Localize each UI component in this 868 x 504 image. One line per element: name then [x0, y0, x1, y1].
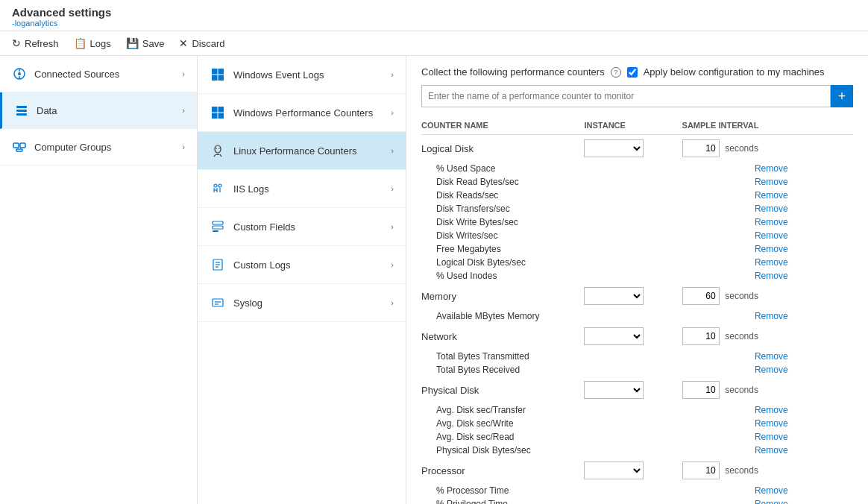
- interval-input-0[interactable]: [682, 139, 720, 157]
- counter-input[interactable]: [421, 85, 831, 107]
- list-item: % Processor Time Remove: [421, 484, 853, 497]
- remove-link[interactable]: Remove: [755, 244, 788, 254]
- menu-item-linux-perf[interactable]: Linux Performance Counters ›: [198, 132, 406, 170]
- refresh-label: Refresh: [25, 38, 59, 49]
- instance-select-0[interactable]: [584, 139, 644, 157]
- counter-group-name: Physical Disk: [421, 385, 584, 396]
- add-counter-button[interactable]: +: [831, 85, 853, 107]
- list-item: Physical Disk Bytes/sec Remove: [421, 444, 853, 457]
- apply-checkbox[interactable]: [627, 67, 638, 78]
- list-item: Disk Reads/sec Remove: [421, 189, 853, 202]
- remove-link[interactable]: Remove: [755, 365, 788, 375]
- page-title: Advanced settings: [12, 6, 856, 19]
- remove-link[interactable]: Remove: [755, 432, 788, 442]
- sidebar-item-computer-groups[interactable]: Computer Groups ›: [0, 129, 197, 166]
- remove-link[interactable]: Remove: [755, 257, 788, 268]
- linux-perf-label: Linux Performance Counters: [233, 145, 356, 157]
- counter-name: Free Megabytes: [436, 244, 501, 254]
- interval-unit-1: seconds: [725, 291, 758, 301]
- windows-perf-icon: [210, 104, 226, 121]
- remove-link[interactable]: Remove: [755, 230, 788, 241]
- list-item: Total Bytes Transmitted Remove: [421, 350, 853, 363]
- menu-item-windows-perf[interactable]: Windows Performance Counters ›: [198, 94, 406, 132]
- list-item: Available MBytes Memory Remove: [421, 309, 853, 323]
- perf-table: COUNTER NAME INSTANCE SAMPLE INTERVAL Lo…: [421, 116, 853, 504]
- sidebar-item-data[interactable]: Data ›: [0, 92, 197, 129]
- counter-name: Physical Disk Bytes/sec: [436, 445, 531, 456]
- remove-link[interactable]: Remove: [755, 311, 788, 321]
- remove-link[interactable]: Remove: [755, 485, 788, 496]
- remove-link[interactable]: Remove: [755, 418, 788, 429]
- svg-rect-5: [16, 110, 27, 112]
- instance-select-2[interactable]: [584, 327, 644, 345]
- chevron-right-icon-cl: ›: [391, 260, 394, 269]
- menu-item-windows-event-logs[interactable]: Windows Event Logs ›: [198, 56, 406, 94]
- help-icon[interactable]: ?: [611, 67, 621, 78]
- syslog-icon: [210, 294, 226, 311]
- list-item: Disk Writes/sec Remove: [421, 229, 853, 242]
- interval-unit-4: seconds: [725, 465, 758, 476]
- apply-label: Apply below configuration to my machines: [644, 66, 825, 78]
- remove-link[interactable]: Remove: [755, 177, 788, 187]
- discard-button[interactable]: ✕ Discard: [179, 37, 224, 49]
- counter-name: Disk Write Bytes/sec: [436, 217, 518, 227]
- svg-rect-13: [218, 75, 224, 81]
- sidebar-item-connected-sources[interactable]: Connected Sources ›: [0, 56, 197, 92]
- menu-item-custom-fields[interactable]: Custom Fields ›: [198, 208, 406, 246]
- instance-select-1[interactable]: [584, 287, 644, 305]
- interval-input-2[interactable]: [682, 327, 720, 345]
- instance-select-4[interactable]: [584, 462, 644, 479]
- interval-input-3[interactable]: [682, 381, 720, 399]
- list-item: Avg. Disk sec/Transfer Remove: [421, 403, 853, 417]
- counter-group-name: Memory: [421, 291, 584, 302]
- menu-item-iis-logs[interactable]: IIS Logs ›: [198, 170, 406, 208]
- counter-name: Disk Reads/sec: [436, 190, 498, 201]
- chevron-right-icon-wel: ›: [391, 70, 394, 79]
- remove-link[interactable]: Remove: [755, 217, 788, 227]
- counter-name: Logical Disk Bytes/sec: [436, 257, 526, 268]
- instance-select-3[interactable]: [584, 381, 644, 399]
- interval-input-1[interactable]: [682, 287, 720, 305]
- remove-link[interactable]: Remove: [755, 445, 788, 456]
- logs-button[interactable]: 📋 Logs: [74, 37, 111, 49]
- custom-logs-label: Custom Logs: [233, 259, 291, 271]
- remove-link[interactable]: Remove: [755, 190, 788, 201]
- computer-groups-label: Computer Groups: [34, 142, 111, 153]
- svg-rect-6: [16, 113, 27, 116]
- col-header-counter-name: COUNTER NAME: [421, 116, 584, 135]
- interval-unit-0: seconds: [725, 143, 758, 154]
- groups-icon: [12, 139, 27, 154]
- svg-point-21: [214, 184, 217, 187]
- counter-name: Disk Transfers/sec: [436, 204, 510, 214]
- chevron-right-icon-groups: ›: [182, 142, 185, 151]
- sidebar: Connected Sources › Data ›: [0, 56, 198, 504]
- chevron-right-icon: ›: [182, 69, 185, 78]
- save-icon: 💾: [126, 37, 139, 49]
- remove-link[interactable]: Remove: [755, 351, 788, 362]
- svg-point-1: [18, 72, 21, 75]
- connected-sources-label: Connected Sources: [34, 69, 119, 80]
- remove-link[interactable]: Remove: [755, 204, 788, 214]
- counter-group-row: Logical Disk seconds: [421, 135, 853, 163]
- save-button[interactable]: 💾 Save: [126, 37, 165, 49]
- refresh-button[interactable]: ↻ Refresh: [12, 37, 59, 49]
- iis-logs-label: IIS Logs: [233, 183, 269, 195]
- menu-item-syslog[interactable]: Syslog ›: [198, 284, 406, 322]
- list-item: Total Bytes Received Remove: [421, 363, 853, 377]
- remove-link[interactable]: Remove: [755, 499, 788, 504]
- page-subtitle: -loganalytics: [12, 19, 856, 28]
- remove-link[interactable]: Remove: [755, 405, 788, 415]
- remove-link[interactable]: Remove: [755, 271, 788, 281]
- counter-name: % Used Space: [436, 163, 495, 174]
- svg-rect-7: [13, 143, 19, 148]
- remove-link[interactable]: Remove: [755, 163, 788, 174]
- interval-input-4[interactable]: [682, 462, 720, 479]
- svg-rect-8: [20, 143, 25, 148]
- chevron-right-icon-iis: ›: [391, 184, 394, 193]
- counter-name: Total Bytes Received: [436, 365, 520, 375]
- counter-name: Disk Writes/sec: [436, 230, 497, 241]
- chevron-right-icon-cf: ›: [391, 222, 394, 231]
- collect-label: Collect the following performance counte…: [421, 66, 605, 78]
- menu-item-custom-logs[interactable]: Custom Logs ›: [198, 246, 406, 284]
- network-icon: [12, 66, 27, 81]
